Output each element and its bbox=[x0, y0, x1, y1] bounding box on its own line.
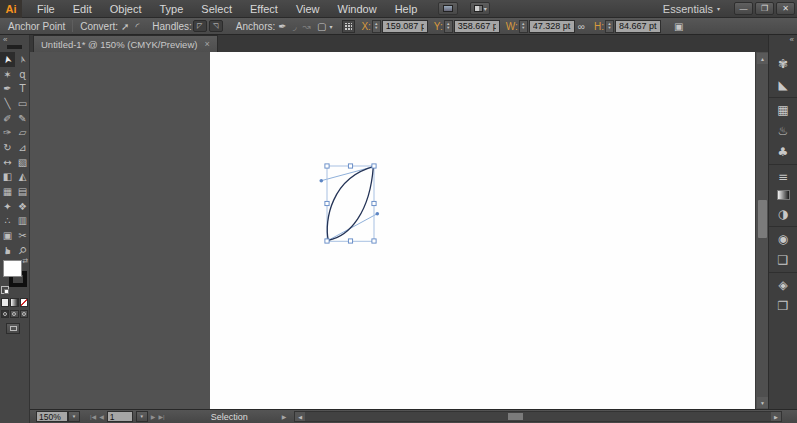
tool-artboard[interactable]: ▣ bbox=[0, 228, 15, 243]
artboard[interactable] bbox=[210, 52, 755, 409]
tool-eyedropper[interactable]: ✦ bbox=[0, 199, 15, 214]
gradient-button[interactable] bbox=[10, 298, 18, 307]
menu-help[interactable]: Help bbox=[386, 3, 427, 15]
tool-gradient[interactable]: ▤ bbox=[15, 184, 30, 199]
anchor-handle-icon[interactable]: ↝ bbox=[303, 21, 311, 32]
tool-rotate[interactable]: ↻ bbox=[0, 140, 15, 155]
transparency-panel-icon[interactable]: ◑ bbox=[775, 206, 792, 221]
horizontal-scrollbar-thumb[interactable] bbox=[508, 413, 523, 420]
artboard-number-field[interactable] bbox=[107, 411, 133, 422]
tool-hand[interactable]: ☛ bbox=[0, 243, 15, 258]
convert-to-corner-icon[interactable]: ➚ bbox=[121, 21, 129, 32]
menu-select[interactable]: Select bbox=[192, 3, 241, 15]
swap-fill-stroke-icon[interactable]: ⇄ bbox=[22, 257, 28, 265]
w-stepper[interactable]: ▲▼ bbox=[519, 20, 528, 33]
swatches-panel-icon[interactable]: ▦ bbox=[775, 102, 792, 117]
color-guide-panel-icon[interactable]: ◣ bbox=[775, 77, 792, 92]
close-tab-icon[interactable]: × bbox=[204, 39, 209, 49]
menu-type[interactable]: Type bbox=[151, 3, 193, 15]
isolate-selection-icon[interactable]: ▢ bbox=[317, 21, 326, 32]
x-stepper[interactable]: ▲▼ bbox=[372, 20, 381, 33]
tool-slice[interactable]: ✂ bbox=[15, 228, 30, 243]
stroke-panel-icon[interactable]: ≡ bbox=[775, 169, 792, 184]
smooth-anchor-icon[interactable]: ◞ bbox=[293, 21, 297, 32]
tool-line-segment[interactable]: ╲ bbox=[0, 96, 15, 111]
document-tab[interactable]: Untitled-1* @ 150% (CMYK/Preview) × bbox=[33, 35, 218, 52]
symbols-panel-icon[interactable]: ♣ bbox=[775, 144, 792, 159]
graphic-styles-panel-icon[interactable]: ❑ bbox=[775, 252, 792, 267]
tool-rectangle[interactable]: ▭ bbox=[15, 96, 30, 111]
tool-symbol-sprayer[interactable]: ∴ bbox=[0, 214, 15, 229]
arrange-documents-button[interactable]: ▾ bbox=[470, 2, 490, 15]
color-button[interactable] bbox=[1, 298, 9, 307]
tool-type[interactable]: T bbox=[15, 81, 30, 96]
tool-column-graph[interactable]: ▥ bbox=[15, 214, 30, 229]
fill-color-swatch[interactable] bbox=[3, 260, 22, 277]
color-panel-icon[interactable]: ✾ bbox=[775, 56, 792, 71]
tool-magic-wand[interactable]: ✶ bbox=[0, 67, 15, 82]
gradient-panel-icon[interactable] bbox=[777, 190, 790, 200]
menu-effect[interactable]: Effect bbox=[241, 3, 287, 15]
tool-eraser[interactable]: ▱ bbox=[15, 125, 30, 140]
brushes-panel-icon[interactable]: ♨ bbox=[775, 123, 792, 138]
tool-blob-brush[interactable]: ✑ bbox=[0, 125, 15, 140]
tool-zoom[interactable]: ⚲ bbox=[15, 243, 30, 258]
go-to-bridge-button[interactable] bbox=[438, 2, 458, 15]
workspace-switcher[interactable]: Essentials ▾ bbox=[663, 3, 720, 15]
restore-button[interactable]: ❐ bbox=[755, 2, 774, 15]
vertical-scrollbar[interactable]: ▲ ▼ bbox=[755, 52, 768, 409]
tool-paintbrush[interactable]: ✐ bbox=[0, 111, 15, 126]
tool-width[interactable]: ↔ bbox=[0, 155, 15, 170]
remove-anchor-icon[interactable]: ✒ bbox=[278, 21, 286, 32]
previous-artboard-button[interactable]: ◀ bbox=[99, 413, 104, 420]
tool-blend[interactable]: ❖ bbox=[15, 199, 30, 214]
menu-file[interactable]: File bbox=[28, 3, 64, 15]
first-artboard-button[interactable]: |◀ bbox=[90, 413, 96, 420]
draw-normal-button[interactable] bbox=[1, 310, 9, 318]
horizontal-scrollbar[interactable]: ◀ ▶ bbox=[294, 411, 782, 422]
hide-handles-button[interactable]: ◹ bbox=[209, 20, 223, 32]
default-fill-stroke-icon[interactable] bbox=[1, 286, 9, 294]
vertical-scrollbar-thumb[interactable] bbox=[758, 200, 767, 238]
x-field[interactable] bbox=[382, 20, 428, 33]
menu-window[interactable]: Window bbox=[329, 3, 386, 15]
status-menu-arrow[interactable]: ▶ bbox=[282, 413, 287, 420]
collapse-toolbar-icon[interactable]: « bbox=[3, 35, 7, 44]
zoom-dropdown-button[interactable]: ▼ bbox=[68, 411, 80, 422]
y-stepper[interactable]: ▲▼ bbox=[444, 20, 453, 33]
tool-mesh[interactable]: ▦ bbox=[0, 184, 15, 199]
transform-icon[interactable]: ▣ bbox=[674, 21, 683, 32]
scroll-right-icon[interactable]: ▶ bbox=[771, 412, 781, 421]
scroll-left-icon[interactable]: ◀ bbox=[295, 412, 305, 421]
artboards-panel-icon[interactable]: ❐ bbox=[775, 298, 792, 313]
last-artboard-button[interactable]: ▶| bbox=[158, 413, 164, 420]
close-button[interactable]: ✕ bbox=[776, 2, 795, 15]
tool-lasso[interactable]: ɋ bbox=[15, 67, 30, 82]
scroll-down-icon[interactable]: ▼ bbox=[757, 397, 768, 408]
screen-mode-button[interactable] bbox=[6, 323, 20, 334]
appearance-panel-icon[interactable]: ◉ bbox=[775, 231, 792, 246]
scroll-up-icon[interactable]: ▲ bbox=[757, 53, 768, 64]
zoom-level-field[interactable] bbox=[36, 411, 68, 422]
draw-inside-button[interactable] bbox=[20, 310, 28, 318]
tool-selection[interactable]: ➤ bbox=[0, 52, 15, 67]
h-stepper[interactable]: ▲▼ bbox=[605, 20, 614, 33]
expand-panels-icon[interactable]: « bbox=[790, 35, 794, 44]
tool-shape-builder[interactable]: ◧ bbox=[0, 170, 15, 185]
artboard-dropdown-button[interactable]: ▼ bbox=[136, 411, 148, 422]
tool-pen[interactable]: ✒ bbox=[0, 81, 15, 96]
tool-perspective-grid[interactable]: ◭ bbox=[15, 170, 30, 185]
layers-panel-icon[interactable]: ◈ bbox=[775, 277, 792, 292]
draw-behind-button[interactable] bbox=[10, 310, 18, 318]
constrain-proportions-icon[interactable]: ∞ bbox=[578, 21, 585, 32]
toolbar-grip[interactable] bbox=[7, 45, 22, 49]
tool-direct-selection[interactable]: ➢ bbox=[15, 52, 30, 67]
h-field[interactable] bbox=[615, 20, 661, 33]
next-artboard-button[interactable]: ▶ bbox=[151, 413, 156, 420]
none-button[interactable] bbox=[20, 298, 28, 307]
tool-free-transform[interactable]: ▧ bbox=[15, 155, 30, 170]
menu-object[interactable]: Object bbox=[101, 3, 151, 15]
tool-pencil[interactable]: ✎ bbox=[15, 111, 30, 126]
reference-point-locator[interactable] bbox=[342, 20, 355, 33]
minimize-button[interactable]: — bbox=[734, 2, 753, 15]
